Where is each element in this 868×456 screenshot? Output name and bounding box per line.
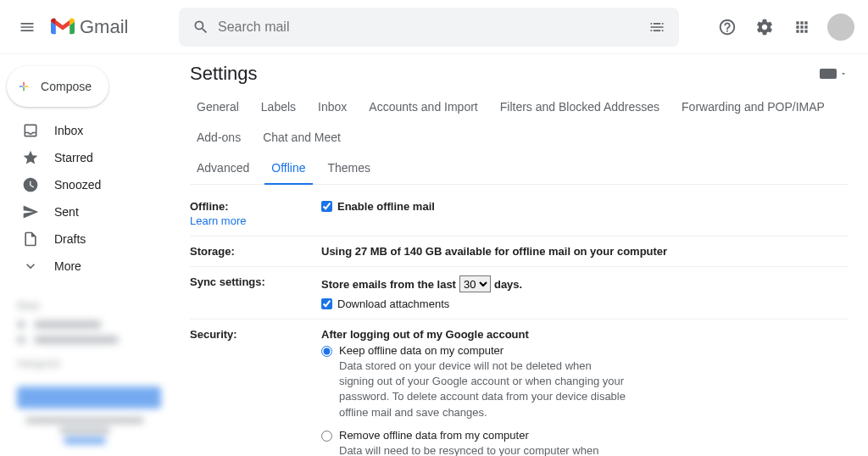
gmail-logo[interactable]: Gmail xyxy=(47,16,179,38)
sidebar-item-label: Starred xyxy=(54,151,93,164)
storage-label: Storage: xyxy=(190,245,321,258)
sync-prefix: Store emails from the last xyxy=(321,278,456,291)
star-icon xyxy=(22,149,39,166)
setting-row-sync: Sync settings: Store emails from the las… xyxy=(190,267,848,320)
keep-data-desc: Data stored on your device will not be d… xyxy=(339,359,627,420)
offline-label: Offline: xyxy=(190,200,229,213)
tab-filters-and-blocked-addresses[interactable]: Filters and Blocked Addresses xyxy=(493,92,666,122)
setting-row-offline: Offline: Learn more Enable offline mail xyxy=(190,192,848,236)
search-icon[interactable] xyxy=(184,10,218,44)
sidebar-item-more[interactable]: More xyxy=(0,253,176,280)
tab-general[interactable]: General xyxy=(190,92,246,122)
tab-accounts-and-import[interactable]: Accounts and Import xyxy=(362,92,484,122)
sidebar-item-inbox[interactable]: Inbox xyxy=(0,117,176,144)
inbox-icon xyxy=(22,122,39,139)
keep-data-title: Keep offline data on my computer xyxy=(339,344,504,357)
tab-forwarding-and-pop-imap[interactable]: Forwarding and POP/IMAP xyxy=(675,92,832,122)
setting-row-storage: Storage: Using 27 MB of 140 GB available… xyxy=(190,236,848,267)
tab-themes[interactable]: Themes xyxy=(321,153,378,184)
main-menu-button[interactable] xyxy=(7,7,47,47)
header-right xyxy=(710,10,861,44)
remove-data-title: Remove offline data from my computer xyxy=(339,429,529,442)
support-icon[interactable] xyxy=(710,10,744,44)
tab-inbox[interactable]: Inbox xyxy=(311,92,353,122)
settings-tabs: GeneralLabelsInboxAccounts and ImportFil… xyxy=(190,86,848,185)
sidebar-item-label: Snoozed xyxy=(54,178,101,192)
search-bar xyxy=(179,8,679,47)
sidebar-item-drafts[interactable]: Drafts xyxy=(0,225,176,253)
sidebar-item-sent[interactable]: Sent xyxy=(0,198,176,225)
page-title: Settings xyxy=(190,63,258,85)
enable-offline-checkbox[interactable] xyxy=(321,201,332,212)
tab-offline[interactable]: Offline xyxy=(264,153,312,185)
compose-label: Compose xyxy=(41,80,92,93)
input-tools-selector[interactable] xyxy=(820,69,848,79)
sidebar: Compose InboxStarredSnoozedSentDraftsMor… xyxy=(0,54,176,456)
send-icon xyxy=(22,203,39,220)
security-label: Security: xyxy=(190,328,321,456)
account-avatar[interactable] xyxy=(827,14,854,41)
security-heading: After logging out of my Google account xyxy=(321,328,529,341)
sidebar-item-label: More xyxy=(54,259,81,273)
remove-data-radio[interactable] xyxy=(321,431,332,442)
settings-icon[interactable] xyxy=(748,10,782,44)
sync-suffix: days. xyxy=(494,278,522,291)
sidebar-item-label: Drafts xyxy=(54,232,86,246)
gmail-logo-text: Gmail xyxy=(80,16,128,38)
tab-labels[interactable]: Labels xyxy=(254,92,303,122)
sync-label: Sync settings: xyxy=(190,275,321,310)
tab-chat-and-meet[interactable]: Chat and Meet xyxy=(256,122,348,153)
gmail-icon xyxy=(51,18,75,36)
sidebar-item-starred[interactable]: Starred xyxy=(0,144,176,171)
tab-add-ons[interactable]: Add-ons xyxy=(190,122,248,153)
header: Gmail xyxy=(0,0,868,54)
download-attachments-checkbox[interactable] xyxy=(321,298,332,309)
file-icon xyxy=(22,231,39,247)
sidebar-hangouts-section: Meet Hangouts xyxy=(0,300,176,444)
main-content: Settings GeneralLabelsInboxAccounts and … xyxy=(176,54,868,456)
compose-button[interactable]: Compose xyxy=(7,66,108,107)
learn-more-link[interactable]: Learn more xyxy=(190,214,321,227)
enable-offline-label: Enable offline mail xyxy=(337,200,435,213)
sync-days-select[interactable]: 30 xyxy=(459,275,491,292)
search-input[interactable] xyxy=(218,19,640,35)
keep-data-radio[interactable] xyxy=(321,346,332,357)
tab-advanced[interactable]: Advanced xyxy=(190,153,256,184)
sidebar-item-label: Inbox xyxy=(54,124,83,137)
storage-text: Using 27 MB of 140 GB available for offl… xyxy=(321,245,667,258)
expand-icon xyxy=(22,258,39,275)
remove-data-desc: Data will need to be resynced to your co… xyxy=(339,443,627,456)
plus-icon xyxy=(17,76,31,97)
clock-icon xyxy=(22,176,39,193)
apps-icon[interactable] xyxy=(785,10,819,44)
download-attachments-label: Download attachments xyxy=(337,298,449,310)
sidebar-item-label: Sent xyxy=(54,205,79,219)
sidebar-item-snoozed[interactable]: Snoozed xyxy=(0,171,176,198)
search-options-icon[interactable] xyxy=(640,10,674,44)
setting-row-security: Security: After logging out of my Google… xyxy=(190,320,848,456)
